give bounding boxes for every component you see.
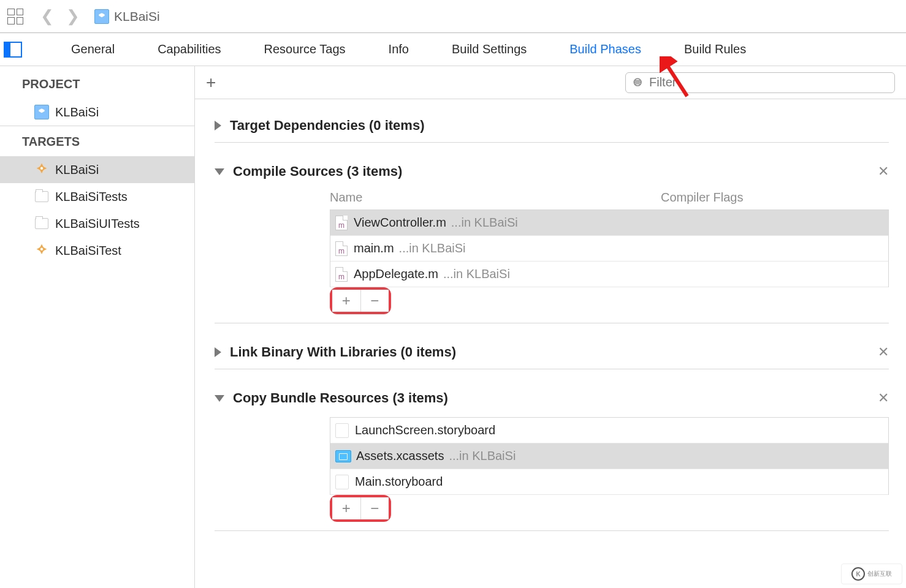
- target-item[interactable]: KLBaiSiTests: [0, 183, 194, 210]
- phase-toolbar: +: [195, 66, 906, 99]
- copy-bundle-table: LaunchScreen.storyboard Assets.xcassets …: [330, 417, 889, 495]
- remove-file-button[interactable]: −: [361, 290, 389, 312]
- app-target-icon: [34, 243, 49, 258]
- tab-build-settings[interactable]: Build Settings: [452, 42, 527, 56]
- filter-icon: [632, 77, 644, 89]
- add-remove-buttons: + −: [330, 287, 391, 314]
- table-header: Name Compiler Flags: [330, 190, 889, 205]
- watermark-text: 创新互联: [867, 570, 892, 578]
- filter-field[interactable]: [625, 72, 895, 93]
- tab-general[interactable]: General: [71, 42, 115, 56]
- related-items-icon[interactable]: [7, 9, 23, 24]
- col-flags[interactable]: Compiler Flags: [661, 190, 743, 205]
- phase-header[interactable]: Compile Sources (3 items) ✕: [215, 164, 889, 179]
- storyboard-icon: [335, 475, 349, 489]
- tab-build-phases[interactable]: Build Phases: [569, 42, 641, 56]
- add-remove-buttons: + −: [330, 495, 391, 522]
- add-file-button[interactable]: +: [332, 290, 361, 312]
- phase-target-dependencies: Target Dependencies (0 items): [215, 118, 889, 143]
- file-location: ...in KLBaiSi: [451, 216, 518, 230]
- table-row[interactable]: m main.m ...in KLBaiSi: [330, 236, 888, 262]
- project-section-header: PROJECT: [0, 66, 194, 99]
- project-item-label: KLBaiSi: [55, 105, 99, 119]
- watermark-logo-icon: K: [851, 567, 865, 581]
- tab-resource-tags[interactable]: Resource Tags: [264, 42, 346, 56]
- phase-title: Link Binary With Libraries (0 items): [230, 344, 456, 360]
- tab-build-rules[interactable]: Build Rules: [684, 42, 746, 56]
- app-target-icon: [34, 162, 49, 177]
- col-name[interactable]: Name: [330, 190, 661, 205]
- tab-info[interactable]: Info: [389, 42, 409, 56]
- filter-input[interactable]: [649, 75, 888, 89]
- target-item[interactable]: KLBaiSiUITests: [0, 210, 194, 237]
- file-name: main.m: [354, 241, 394, 255]
- phase-link-binary: Link Binary With Libraries (0 items) ✕: [215, 344, 889, 369]
- folder-icon: [34, 189, 49, 204]
- project-icon: [94, 9, 109, 24]
- table-row[interactable]: Assets.xcassets ...in KLBaiSi: [330, 443, 888, 469]
- disclosure-icon: [215, 121, 221, 130]
- tab-strip: General Capabilities Resource Tags Info …: [0, 33, 906, 66]
- table-row[interactable]: m AppDelegate.m ...in KLBaiSi: [330, 262, 888, 287]
- targets-section-header: TARGETS: [0, 126, 194, 156]
- disclosure-icon: [215, 168, 224, 175]
- svg-point-1: [40, 248, 44, 251]
- file-location: ...in KLBaiSi: [443, 267, 510, 281]
- file-name: AppDelegate.m: [354, 267, 438, 281]
- back-button[interactable]: ❮: [40, 7, 54, 26]
- phase-compile-sources: Compile Sources (3 items) ✕ Name Compile…: [215, 164, 889, 323]
- remove-file-button[interactable]: −: [361, 497, 389, 519]
- target-item-label: KLBaiSiTest: [55, 244, 121, 258]
- project-icon: [34, 105, 49, 119]
- file-location: ...in KLBaiSi: [399, 241, 466, 255]
- tab-capabilities[interactable]: Capabilities: [158, 42, 221, 56]
- objc-file-icon: m: [335, 267, 348, 282]
- phase-title: Target Dependencies (0 items): [230, 118, 424, 134]
- file-location: ...in KLBaiSi: [449, 449, 516, 463]
- table-row[interactable]: Main.storyboard: [330, 469, 888, 495]
- file-name: Assets.xcassets: [356, 449, 444, 463]
- phase-title: Compile Sources (3 items): [233, 164, 402, 179]
- project-item[interactable]: KLBaiSi: [0, 99, 194, 126]
- editor-area: + Target Dependencies (0 items) Compile …: [195, 66, 906, 588]
- target-item-label: KLBaiSiUITests: [55, 217, 140, 231]
- disclosure-icon: [215, 347, 221, 357]
- project-navigator: PROJECT KLBaiSi TARGETS KLBaiSi KLBaiSiT…: [0, 66, 195, 588]
- svg-point-0: [40, 167, 44, 170]
- add-file-button[interactable]: +: [332, 497, 361, 519]
- table-row[interactable]: m ViewController.m ...in KLBaiSi: [330, 210, 888, 236]
- objc-file-icon: m: [335, 241, 348, 256]
- target-item-label: KLBaiSiTests: [55, 190, 128, 204]
- project-name[interactable]: KLBaiSi: [114, 9, 160, 24]
- phase-header[interactable]: Link Binary With Libraries (0 items) ✕: [215, 344, 889, 360]
- storyboard-icon: [335, 423, 349, 438]
- assets-icon: [335, 450, 351, 462]
- target-item-label: KLBaiSi: [55, 163, 99, 177]
- toolbar: ❮ ❯ KLBaiSi: [0, 0, 906, 33]
- remove-phase-button[interactable]: ✕: [878, 390, 889, 406]
- target-item[interactable]: KLBaiSiTest: [0, 237, 194, 264]
- file-name: Main.storyboard: [355, 475, 443, 489]
- phase-copy-bundle: Copy Bundle Resources (3 items) ✕ Launch…: [215, 390, 889, 531]
- remove-phase-button[interactable]: ✕: [878, 164, 889, 179]
- disclosure-icon: [215, 395, 224, 402]
- folder-icon: [34, 216, 49, 231]
- watermark: K 创新互联: [841, 564, 902, 584]
- phase-title: Copy Bundle Resources (3 items): [233, 390, 448, 406]
- target-item[interactable]: KLBaiSi: [0, 156, 194, 183]
- phase-header[interactable]: Target Dependencies (0 items): [215, 118, 889, 134]
- remove-phase-button[interactable]: ✕: [878, 344, 889, 360]
- file-name: LaunchScreen.storyboard: [355, 423, 495, 437]
- objc-file-icon: m: [335, 216, 348, 230]
- compile-sources-table: m ViewController.m ...in KLBaiSi m main.…: [330, 209, 889, 287]
- sidebar-toggle-icon[interactable]: [4, 42, 22, 58]
- forward-button[interactable]: ❯: [66, 7, 80, 26]
- file-name: ViewController.m: [354, 216, 446, 230]
- add-phase-button[interactable]: +: [206, 73, 216, 92]
- phase-header[interactable]: Copy Bundle Resources (3 items) ✕: [215, 390, 889, 406]
- table-row[interactable]: LaunchScreen.storyboard: [330, 418, 888, 443]
